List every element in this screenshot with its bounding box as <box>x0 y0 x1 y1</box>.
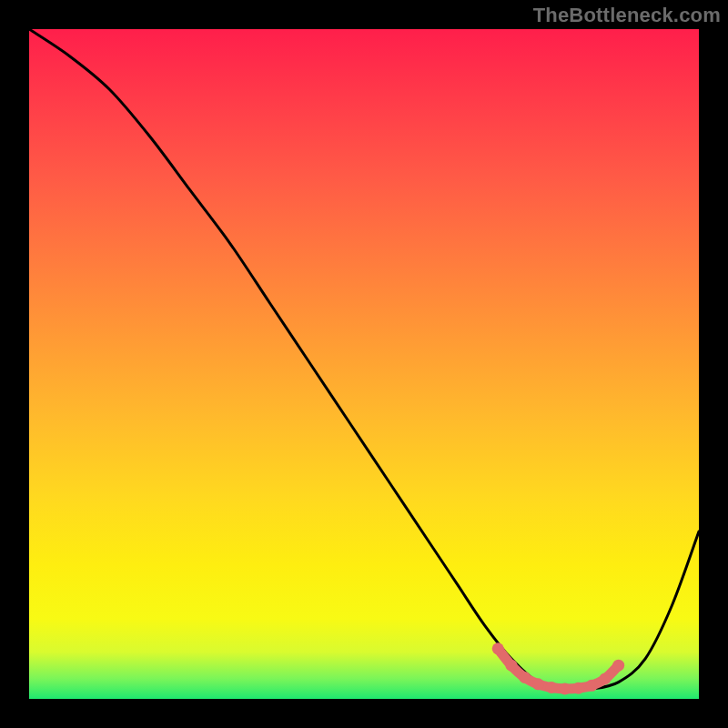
plot-area <box>29 29 699 699</box>
watermark-text: TheBottleneck.com <box>533 4 721 27</box>
valley-marker-dot <box>505 660 517 672</box>
valley-marker-dot <box>519 672 531 683</box>
chart-stage: TheBottleneck.com <box>0 0 728 728</box>
bottleneck-curve <box>29 29 699 690</box>
valley-marker-dot <box>586 680 598 692</box>
valley-marker-dot <box>572 682 584 694</box>
valley-marker-dot <box>492 642 504 654</box>
valley-marker-dot <box>532 678 544 690</box>
valley-marker-dot <box>599 672 611 684</box>
valley-marker-dot <box>546 682 558 693</box>
curve-svg <box>29 29 699 699</box>
valley-marker-dot <box>612 660 624 672</box>
valley-marker-dot <box>559 682 571 694</box>
